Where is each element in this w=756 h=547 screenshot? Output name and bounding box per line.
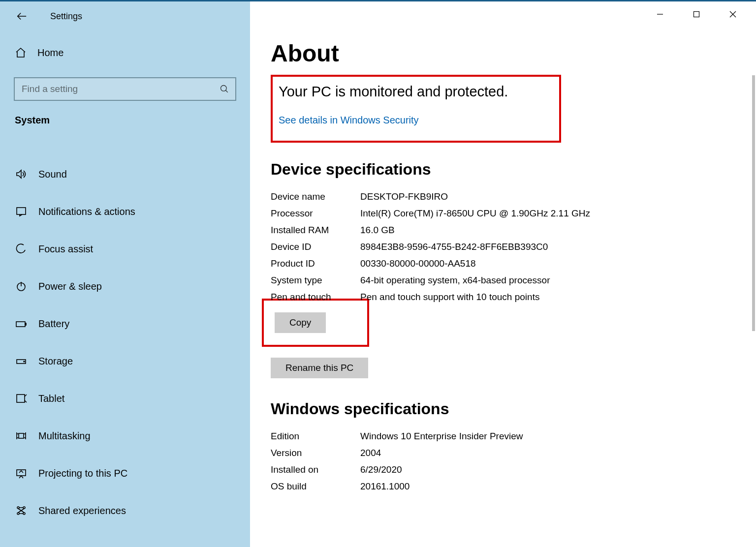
device-spec-table: Device name DESKTOP-FKB9IRO Processor In… bbox=[271, 191, 735, 303]
spec-label: Version bbox=[271, 448, 360, 458]
sidebar-item-label: Multitasking bbox=[38, 430, 91, 442]
sidebar-item-tablet[interactable]: Tablet bbox=[0, 380, 250, 417]
minimize-icon bbox=[657, 11, 663, 18]
svg-rect-8 bbox=[25, 323, 26, 325]
minimize-button[interactable] bbox=[642, 4, 678, 24]
sidebar-item-label: Storage bbox=[38, 356, 73, 367]
power-icon bbox=[15, 280, 28, 293]
back-arrow-icon bbox=[16, 11, 27, 22]
spec-value: DESKTOP-FKB9IRO bbox=[360, 191, 735, 202]
scrollbar[interactable] bbox=[752, 75, 755, 542]
sidebar-item-label: Sound bbox=[38, 169, 67, 180]
focus-assist-icon bbox=[15, 243, 28, 255]
sidebar-item-sound[interactable]: Sound bbox=[0, 155, 250, 193]
svg-rect-7 bbox=[16, 322, 25, 327]
svg-line-2 bbox=[226, 91, 228, 92]
sidebar-item-multitasking[interactable]: Multitasking bbox=[0, 417, 250, 455]
multitasking-icon bbox=[15, 429, 28, 442]
svg-point-20 bbox=[17, 507, 19, 509]
sidebar-item-label: Focus assist bbox=[38, 243, 93, 255]
security-status-highlight: Your PC is monitored and protected. See … bbox=[271, 75, 561, 143]
settings-window: Settings Home System bbox=[0, 0, 756, 547]
svg-rect-11 bbox=[17, 395, 25, 402]
home-nav[interactable]: Home bbox=[0, 40, 250, 65]
sidebar-item-label: Battery bbox=[38, 318, 69, 330]
sidebar-item-label: Notifications & actions bbox=[38, 206, 135, 217]
sidebar: Settings Home System bbox=[0, 1, 250, 547]
copy-button-highlight: Copy bbox=[262, 299, 369, 347]
spec-label: Device ID bbox=[271, 242, 360, 252]
spec-label: Pen and touch bbox=[271, 292, 360, 303]
maximize-button[interactable] bbox=[678, 4, 715, 24]
tablet-icon bbox=[15, 392, 28, 405]
search-input[interactable] bbox=[14, 77, 236, 101]
sidebar-item-label: Shared experiences bbox=[38, 505, 126, 517]
sidebar-item-storage[interactable]: Storage bbox=[0, 342, 250, 380]
sidebar-item-projecting[interactable]: Projecting to this PC bbox=[0, 455, 250, 492]
svg-rect-14 bbox=[19, 433, 24, 438]
sound-icon bbox=[15, 168, 28, 181]
spec-label: Installed RAM bbox=[271, 225, 360, 236]
search-icon bbox=[220, 84, 229, 94]
spec-value: Pen and touch support with 10 touch poin… bbox=[360, 292, 735, 303]
sidebar-nav: Sound Notifications & actions Focus bbox=[0, 155, 250, 529]
back-button[interactable] bbox=[15, 9, 29, 23]
shared-experiences-icon bbox=[15, 504, 28, 517]
spec-value: 6/29/2020 bbox=[360, 464, 735, 475]
window-title: Settings bbox=[50, 11, 82, 22]
home-icon bbox=[15, 47, 27, 59]
home-label: Home bbox=[37, 47, 63, 59]
spec-label: System type bbox=[271, 275, 360, 286]
titlebar: Settings bbox=[0, 7, 250, 25]
maximize-icon bbox=[693, 11, 700, 18]
windows-security-link[interactable]: See details in Windows Security bbox=[279, 115, 419, 125]
spec-label: Device name bbox=[271, 191, 360, 202]
close-icon bbox=[729, 11, 736, 18]
svg-marker-3 bbox=[17, 170, 21, 178]
rename-pc-button[interactable]: Rename this PC bbox=[271, 358, 368, 378]
spec-value: 00330-80000-00000-AA518 bbox=[360, 258, 735, 269]
spec-value: 16.0 GB bbox=[360, 225, 735, 236]
spec-value: Windows 10 Enterprise Insider Preview bbox=[360, 431, 735, 442]
spec-label: OS build bbox=[271, 481, 360, 492]
close-button[interactable] bbox=[715, 4, 751, 24]
svg-point-23 bbox=[23, 513, 25, 515]
copy-button[interactable]: Copy bbox=[275, 312, 326, 333]
svg-point-10 bbox=[24, 361, 25, 362]
windows-spec-table: Edition Windows 10 Enterprise Insider Pr… bbox=[271, 431, 735, 492]
svg-point-21 bbox=[23, 507, 25, 509]
windows-spec-heading: Windows specifications bbox=[271, 400, 735, 418]
spec-label: Installed on bbox=[271, 464, 360, 475]
sidebar-item-label: Tablet bbox=[38, 393, 64, 404]
protection-status-text: Your PC is monitored and protected. bbox=[279, 84, 547, 100]
sidebar-item-label: Projecting to this PC bbox=[38, 468, 127, 479]
spec-value: 2004 bbox=[360, 448, 735, 458]
sidebar-item-label: Power & sleep bbox=[38, 281, 102, 292]
sidebar-item-focus-assist[interactable]: Focus assist bbox=[0, 230, 250, 268]
scrollbar-thumb[interactable] bbox=[752, 75, 755, 331]
svg-rect-25 bbox=[694, 12, 699, 17]
spec-label: Edition bbox=[271, 431, 360, 442]
svg-point-1 bbox=[221, 86, 227, 91]
window-controls bbox=[642, 4, 751, 24]
page-title: About bbox=[271, 40, 735, 67]
projecting-icon bbox=[15, 467, 28, 480]
spec-value: 20161.1000 bbox=[360, 481, 735, 492]
spec-value: 64-bit operating system, x64-based proce… bbox=[360, 275, 735, 286]
spec-value: 8984E3B8-9596-4755-B242-8FF6EBB393C0 bbox=[360, 242, 735, 252]
svg-point-22 bbox=[17, 513, 19, 515]
sidebar-item-notifications[interactable]: Notifications & actions bbox=[0, 193, 250, 230]
device-spec-heading: Device specifications bbox=[271, 160, 735, 179]
svg-rect-4 bbox=[17, 208, 26, 214]
storage-icon bbox=[15, 355, 28, 367]
spec-label: Processor bbox=[271, 208, 360, 219]
notifications-icon bbox=[15, 205, 28, 218]
spec-label: Product ID bbox=[271, 258, 360, 269]
sidebar-item-battery[interactable]: Battery bbox=[0, 305, 250, 342]
battery-icon bbox=[15, 317, 28, 330]
sidebar-item-shared-experiences[interactable]: Shared experiences bbox=[0, 492, 250, 529]
search-wrap bbox=[14, 77, 236, 101]
main-content: About Your PC is monitored and protected… bbox=[250, 1, 756, 547]
spec-value: Intel(R) Core(TM) i7-8650U CPU @ 1.90GHz… bbox=[360, 208, 735, 219]
sidebar-item-power-sleep[interactable]: Power & sleep bbox=[0, 268, 250, 305]
